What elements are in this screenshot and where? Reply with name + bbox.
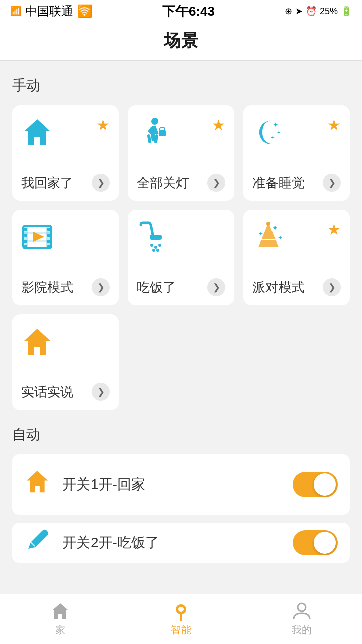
star-icon-home: ★ — [96, 116, 110, 134]
nav-label-home: 家 — [55, 623, 65, 637]
battery-icon: 🔋 — [341, 6, 352, 17]
house-orange-icon-auto1 — [24, 468, 50, 495]
house-orange-icon — [21, 326, 53, 358]
scene-card-home[interactable]: ★ 我回家了 ❯ — [12, 105, 119, 201]
svg-text:✦: ✦ — [277, 130, 281, 135]
nav-item-mine[interactable]: 我的 — [292, 601, 312, 637]
card-label-home: 我回家了 — [21, 174, 73, 192]
card-footer-sleep: 准备睡觉 ❯ — [252, 174, 341, 192]
svg-rect-15 — [24, 234, 27, 237]
card-footer-party: 派对模式 ❯ — [252, 278, 341, 296]
arrow-btn-home[interactable]: ❯ — [92, 174, 110, 192]
moon-cyan-icon: ✦ ✦ ✦ — [252, 116, 285, 148]
time-label: 下午6:43 — [162, 3, 215, 20]
shower-cyan-icon — [137, 221, 169, 253]
location-icon: ⊕ — [285, 6, 292, 17]
arrow-btn-eat[interactable]: ❯ — [207, 278, 225, 296]
card-label-eat: 吃饭了 — [137, 279, 176, 296]
scene-card-sleep[interactable]: ✦ ✦ ✦ ★ 准备睡觉 ❯ — [243, 105, 350, 201]
card-footer-alloff: 全部关灯 ❯ — [137, 174, 225, 192]
svg-rect-11 — [23, 232, 51, 234]
svg-rect-17 — [24, 245, 27, 248]
svg-text:✦: ✦ — [273, 121, 279, 129]
auto-card-1[interactable]: 开关1开-回家 — [12, 454, 350, 515]
nav-icon: ➤ — [295, 6, 303, 17]
star-icon-sleep: ★ — [327, 116, 341, 134]
page-title-bar: 场景 — [0, 22, 362, 61]
scene-card-cinema[interactable]: 影院模式 ❯ — [12, 210, 119, 305]
svg-rect-20 — [47, 240, 50, 243]
toggle-1[interactable] — [293, 472, 338, 497]
svg-point-33 — [266, 222, 270, 226]
card-label-party: 派对模式 — [252, 279, 305, 296]
svg-point-24 — [154, 246, 157, 249]
arrow-btn-alloff[interactable]: ❯ — [207, 174, 225, 192]
walk-cyan-icon — [137, 116, 169, 148]
scene-card-real[interactable]: 实话实说 ❯ — [12, 314, 119, 410]
auto-card-2[interactable]: 开关2开-吃饭了 — [12, 523, 350, 563]
card-icon-area-eat — [137, 221, 225, 271]
status-right: ⊕ ➤ ⏰ 25% 🔋 — [285, 6, 352, 17]
arrow-btn-real[interactable]: ❯ — [92, 383, 110, 401]
nav-mine-icon — [292, 601, 312, 621]
scene-row-1: ★ 我回家了 ❯ ★ — [12, 105, 350, 201]
alarm-icon: ⏰ — [306, 6, 317, 17]
star-icon-party: ★ — [327, 221, 341, 238]
svg-point-27 — [156, 249, 159, 252]
page-title: 场景 — [0, 29, 362, 52]
svg-point-1 — [151, 118, 158, 125]
auto-section: 自动 开关1开-回家 开关2开-吃饭了 — [12, 425, 350, 563]
scene-row-3: 实话实说 ❯ — [12, 314, 350, 410]
svg-rect-14 — [24, 228, 27, 231]
film-cyan-icon — [21, 221, 53, 253]
scene-card-party[interactable]: ✦ ✦ ✦ ★ 派对模式 ❯ — [243, 210, 350, 305]
nav-home-icon — [50, 601, 70, 621]
main-content: 手动 ★ 我回家了 ❯ — [0, 61, 362, 644]
scene-card-eat[interactable]: 吃饭了 ❯ — [128, 210, 234, 305]
auto-label-1: 开关1开-回家 — [62, 475, 293, 494]
svg-marker-0 — [24, 119, 50, 145]
arrow-btn-sleep[interactable]: ❯ — [323, 174, 341, 192]
card-footer-eat: 吃饭了 ❯ — [137, 278, 225, 296]
signal-icon: 📶 — [10, 6, 21, 17]
svg-rect-22 — [150, 235, 162, 240]
svg-rect-21 — [47, 245, 50, 248]
party-orange-icon: ✦ ✦ ✦ — [252, 221, 285, 253]
nav-smart-icon — [171, 601, 191, 621]
card-icon-area-real — [21, 326, 110, 376]
svg-rect-2 — [147, 134, 151, 144]
nav-label-mine: 我的 — [292, 623, 312, 637]
svg-point-39 — [178, 607, 184, 612]
auto-icon-2 — [24, 527, 50, 559]
arrow-btn-party[interactable]: ❯ — [323, 278, 341, 296]
card-footer-real: 实话实说 ❯ — [21, 383, 110, 401]
svg-point-25 — [158, 244, 161, 247]
card-label-alloff: 全部关灯 — [137, 174, 189, 192]
arrow-btn-cinema[interactable]: ❯ — [92, 278, 110, 296]
card-icon-area-alloff: ★ — [137, 116, 225, 167]
card-icon-area-sleep: ✦ ✦ ✦ ★ — [252, 116, 341, 167]
card-label-real: 实话实说 — [21, 383, 73, 401]
card-footer-cinema: 影院模式 ❯ — [21, 278, 110, 296]
scene-card-alloff[interactable]: ★ 全部关灯 ❯ — [128, 105, 234, 201]
svg-marker-34 — [24, 329, 50, 355]
section-auto-label: 自动 — [12, 425, 350, 444]
card-label-sleep: 准备睡觉 — [252, 174, 305, 192]
card-footer-home: 我回家了 ❯ — [21, 174, 110, 192]
svg-rect-16 — [24, 240, 27, 243]
auto-label-2: 开关2开-吃饭了 — [62, 533, 293, 552]
nav-label-smart: 智能 — [171, 623, 191, 637]
status-left: 📶 中国联通 🛜 — [10, 3, 93, 19]
house-cyan-icon — [21, 116, 53, 148]
toggle-2[interactable] — [293, 530, 338, 555]
svg-rect-19 — [47, 234, 50, 237]
svg-rect-4 — [159, 130, 166, 136]
star-icon-alloff: ★ — [212, 116, 225, 134]
scene-row-2: 影院模式 ❯ 吃饭了 ❯ — [12, 210, 350, 305]
nav-item-home[interactable]: 家 — [50, 601, 70, 637]
card-icon-area-cinema — [21, 221, 110, 271]
nav-item-smart[interactable]: 智能 — [171, 601, 191, 637]
svg-point-23 — [150, 244, 153, 247]
card-icon-area-party: ✦ ✦ ✦ ★ — [252, 221, 341, 271]
svg-point-41 — [298, 603, 306, 611]
